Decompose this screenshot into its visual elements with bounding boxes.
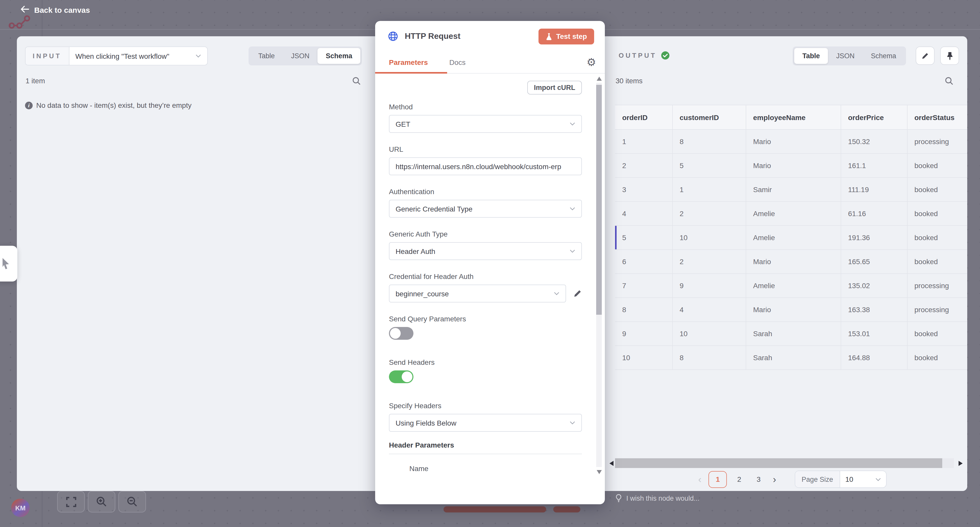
zoom-in-button[interactable] (88, 491, 115, 513)
table-cell: 3 (615, 177, 672, 201)
input-tab-schema[interactable]: Schema (318, 48, 361, 64)
avatar-initials: KM (15, 504, 25, 512)
table-cell: 2 (672, 201, 746, 225)
output-pagination: ‹ 1 2 3 › Page Size 10 (615, 470, 967, 489)
user-avatar[interactable]: KM (11, 499, 30, 517)
fit-view-icon (65, 496, 76, 507)
globe-icon (387, 31, 399, 42)
column-header[interactable]: orderStatus (907, 105, 967, 129)
table-cell: Mario (746, 249, 841, 273)
scroll-up-icon[interactable] (597, 77, 602, 81)
table-cell: 10 (615, 346, 672, 370)
lightbulb-icon (616, 494, 622, 502)
output-tab-schema[interactable]: Schema (863, 48, 904, 64)
output-panel-label: OUTPUT (619, 52, 657, 59)
input-tab-table[interactable]: Table (250, 48, 283, 64)
table-cell: booked (907, 346, 967, 370)
table-row[interactable]: 25Mario161.1booked (615, 153, 967, 177)
page-button[interactable]: 3 (751, 471, 765, 488)
chevron-down-icon (570, 249, 575, 253)
input-source-value: When clicking "Test workflow" (75, 52, 191, 60)
authentication-value: Generic Credential Type (396, 204, 570, 213)
next-page-button[interactable]: › (771, 474, 778, 484)
credential-select[interactable]: beginner_course (389, 284, 566, 302)
url-input[interactable]: https://internal.users.n8n.cloud/webhook… (389, 157, 582, 175)
search-icon (945, 77, 953, 85)
scroll-down-icon[interactable] (597, 470, 602, 474)
import-curl-button[interactable]: Import cURL (527, 81, 582, 94)
scroll-left-icon[interactable] (609, 461, 614, 466)
send-query-parameters-toggle[interactable] (389, 327, 414, 340)
generic-auth-type-value: Header Auth (396, 247, 570, 255)
flask-icon (546, 32, 552, 40)
table-cell: 7 (615, 273, 672, 298)
table-row[interactable]: 510Amelie191.36booked (615, 225, 967, 249)
header-parameter-name-label: Name (409, 465, 582, 473)
table-cell: Sarah (746, 322, 841, 346)
test-step-button[interactable]: Test step (538, 28, 594, 44)
horizontal-scrollbar-thumb[interactable] (615, 458, 942, 468)
table-row[interactable]: 18Mario150.32processing (615, 129, 967, 153)
modal-scrollbar-thumb[interactable] (596, 85, 602, 315)
page-button[interactable]: 1 (708, 471, 727, 488)
table-cell: Amelie (746, 201, 841, 225)
scroll-right-icon[interactable] (959, 461, 963, 466)
pencil-icon (921, 52, 929, 59)
table-cell: 6 (615, 249, 672, 273)
input-search-button[interactable] (351, 76, 361, 86)
zoom-to-fit-button[interactable] (57, 491, 85, 513)
generic-auth-type-select[interactable]: Header Auth (389, 242, 582, 260)
table-cell: Amelie (746, 225, 841, 249)
output-tab-json[interactable]: JSON (828, 48, 863, 64)
table-cell: 191.36 (841, 225, 907, 249)
page-size-value: 10 (845, 475, 872, 483)
tab-docs[interactable]: Docs (449, 58, 466, 66)
chevron-down-icon (875, 477, 881, 481)
table-row[interactable]: 79Amelie135.02processing (615, 273, 967, 298)
table-row[interactable]: 31Samir111.19booked (615, 177, 967, 201)
drag-pointer-button[interactable] (0, 246, 18, 281)
screen: Back to canvas KM INPUT When c (0, 0, 980, 527)
authentication-select[interactable]: Generic Credential Type (389, 200, 582, 218)
table-cell: processing (907, 273, 967, 298)
page-button[interactable]: 2 (732, 471, 746, 488)
prev-page-button[interactable]: ‹ (696, 474, 703, 484)
edit-credential-pencil-icon[interactable] (573, 289, 582, 298)
table-row[interactable]: 84Mario163.38processing (615, 298, 967, 322)
back-to-canvas-button[interactable]: Back to canvas (21, 6, 90, 14)
column-header[interactable]: employeeName (746, 105, 841, 129)
node-settings-gear-icon[interactable]: ⚙ (587, 55, 596, 69)
page-size-select[interactable]: Page Size 10 (794, 471, 886, 488)
specify-headers-select[interactable]: Using Fields Below (389, 414, 582, 432)
column-header[interactable]: orderPrice (841, 105, 907, 129)
tab-parameters[interactable]: Parameters (389, 58, 428, 66)
table-row[interactable]: 910Sarah153.01booked (615, 322, 967, 346)
send-headers-toggle[interactable] (389, 370, 414, 383)
input-tab-json[interactable]: JSON (283, 48, 318, 64)
table-row[interactable]: 108Sarah164.88booked (615, 346, 967, 370)
cursor-pointer-icon (0, 257, 13, 270)
zoom-out-button[interactable] (118, 491, 146, 513)
table-cell: 111.19 (841, 177, 907, 201)
method-label: Method (389, 103, 582, 111)
table-cell: booked (907, 153, 967, 177)
edit-output-button[interactable] (916, 46, 935, 65)
table-row[interactable]: 42Amelie61.16booked (615, 201, 967, 225)
node-feedback-link[interactable]: I wish this node would... (616, 494, 700, 502)
table-cell: Samir (746, 177, 841, 201)
method-select[interactable]: GET (389, 115, 582, 133)
node-title: HTTP Request (405, 32, 532, 41)
pin-data-button[interactable] (940, 46, 959, 65)
table-row[interactable]: 62Mario165.65booked (615, 249, 967, 273)
column-header[interactable]: customerID (672, 105, 746, 129)
column-header[interactable]: orderID (615, 105, 672, 129)
table-cell: 5 (615, 225, 672, 249)
input-source-dropdown[interactable]: INPUT When clicking "Test workflow" (25, 46, 208, 65)
table-cell: 10 (672, 225, 746, 249)
output-table: orderID customerID employeeName orderPri… (615, 105, 967, 370)
table-cell: booked (907, 201, 967, 225)
output-search-button[interactable] (944, 76, 954, 86)
toggle-knob (402, 371, 412, 382)
output-tab-table[interactable]: Table (794, 48, 828, 64)
specify-headers-label: Specify Headers (389, 402, 582, 410)
